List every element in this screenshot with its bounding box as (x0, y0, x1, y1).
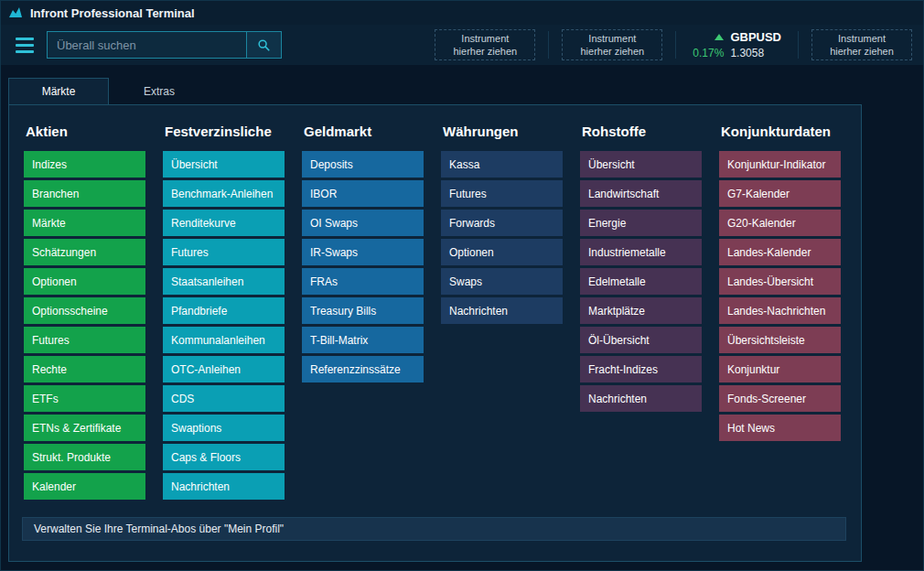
window-title: Infront Professional Terminal (30, 6, 195, 20)
title-bar: Infront Professional Terminal (1, 1, 923, 25)
menu-item-landes-nachrichten[interactable]: Landes-Nachrichten (719, 297, 841, 324)
menu-item-otc-anleihen[interactable]: OTC-Anleihen (163, 356, 285, 382)
menu-item-edelmetalle[interactable]: Edelmetalle (580, 268, 702, 295)
toolbar: Instrument hierher ziehen Instrument hie… (1, 25, 923, 65)
menu-item-treasury-bills[interactable]: Treasury Bills (302, 297, 424, 324)
instrument-dropzone-1[interactable]: Instrument hierher ziehen (435, 29, 535, 60)
dropzone-label-line2: hierher ziehen (580, 45, 644, 58)
menu-item-g7-kalender[interactable]: G7-Kalender (719, 180, 841, 207)
menu-item-branchen[interactable]: Branchen (24, 180, 145, 207)
search-icon (257, 38, 271, 52)
dropzone-label-line1: Instrument (588, 32, 636, 45)
tab-maerkte[interactable]: Märkte (8, 78, 109, 104)
search-button[interactable] (246, 32, 281, 58)
menu-item-landwirtschaft[interactable]: Landwirtschaft (580, 180, 702, 207)
column-header: Geldmarkt (304, 124, 424, 139)
menu-column: Konjunkturdaten Konjunktur-IndikatorG7-K… (719, 118, 841, 500)
menu-item-optionen[interactable]: Optionen (24, 268, 145, 295)
toolbar-separator (548, 31, 549, 59)
menu-item-etfs[interactable]: ETFs (24, 385, 145, 412)
menu-item-strukt-produkte[interactable]: Strukt. Produkte (24, 444, 145, 470)
quote-price: 1.3058 (730, 47, 781, 59)
dropzone-label-line1: Instrument (461, 32, 509, 45)
menu-item-landes-kalender[interactable]: Landes-Kalender (719, 239, 841, 265)
menu-item-pfandbriefe[interactable]: Pfandbriefe (163, 297, 285, 324)
dropzone-label-line2: hierher ziehen (453, 45, 517, 58)
menu-item-staatsanleihen[interactable]: Staatsanleihen (163, 268, 285, 295)
column-header: Währungen (443, 124, 563, 139)
menu-item-futures[interactable]: Futures (24, 327, 145, 353)
menu-item-swaptions[interactable]: Swaptions (163, 415, 285, 441)
menu-item-übersicht[interactable]: Übersicht (163, 151, 285, 178)
menu-item-nachrichten[interactable]: Nachrichten (580, 385, 702, 412)
column-items: ÜbersichtBenchmark-AnleihenRenditekurveF… (163, 151, 285, 500)
menu-item-renditekurve[interactable]: Renditekurve (163, 210, 285, 236)
menu-item-optionsscheine[interactable]: Optionsscheine (24, 297, 145, 324)
dropzone-label-line2: hierher ziehen (830, 45, 894, 58)
menu-item-etns-zertifikate[interactable]: ETNs & Zertifikate (24, 415, 145, 441)
menu-item-swaps[interactable]: Swaps (441, 268, 563, 295)
menu-item-nachrichten[interactable]: Nachrichten (441, 297, 563, 324)
infront-terminal-window: Infront Professional Terminal Instrument… (0, 0, 924, 571)
menu-item-rechte[interactable]: Rechte (24, 356, 145, 382)
menu-column: Währungen KassaFuturesForwardsOptionenSw… (441, 118, 563, 500)
menu-item-referenzzinssätze[interactable]: Referenzzinssätze (302, 356, 424, 382)
toolbar-widgets: Instrument hierher ziehen Instrument hie… (435, 29, 912, 60)
menu-item-t-bill-matrix[interactable]: T-Bill-Matrix (302, 327, 424, 353)
up-triangle-icon (714, 34, 724, 40)
menu-item-benchmark-anleihen[interactable]: Benchmark-Anleihen (163, 180, 285, 207)
instrument-dropzone-3[interactable]: Instrument hierher ziehen (811, 29, 912, 60)
menu-column: Rohstoffe ÜbersichtLandwirtschaftEnergie… (580, 118, 702, 500)
menu-item-kassa[interactable]: Kassa (441, 151, 563, 178)
column-header: Festverzinsliche (165, 124, 285, 139)
quote-symbol: GBPUSD (730, 30, 781, 44)
column-items: Konjunktur-IndikatorG7-KalenderG20-Kalen… (719, 151, 841, 441)
menu-item-energie[interactable]: Energie (580, 210, 702, 236)
infront-logo-icon (8, 5, 23, 20)
menu-item-landes-übersicht[interactable]: Landes-Übersicht (719, 268, 841, 295)
menu-item-g20-kalender[interactable]: G20-Kalender (719, 210, 841, 236)
subscription-notice: Verwalten Sie Ihre Terminal-Abos über "M… (22, 517, 846, 541)
menu-item-hot-news[interactable]: Hot News (719, 415, 841, 441)
menu-item-marktplätze[interactable]: Marktplätze (580, 297, 702, 324)
menu-item-fras[interactable]: FRAs (302, 268, 424, 295)
menu-item-übersicht[interactable]: Übersicht (580, 151, 702, 178)
tab-extras[interactable]: Extras (109, 78, 210, 104)
instrument-dropzone-2[interactable]: Instrument hierher ziehen (562, 29, 662, 60)
menu-item-forwards[interactable]: Forwards (441, 210, 563, 236)
menu-item-fracht-indizes[interactable]: Fracht-Indizes (580, 356, 702, 382)
menu-item-konjunktur-indikator[interactable]: Konjunktur-Indikator (719, 151, 841, 178)
menu-column: Aktien IndizesBranchenMärkteSchätzungenO… (24, 118, 145, 500)
quote-widget[interactable]: GBPUSD 0.17% 1.3058 (689, 30, 785, 59)
menu-item-ir-swaps[interactable]: IR-Swaps (302, 239, 424, 265)
menu-columns: Aktien IndizesBranchenMärkteSchätzungenO… (9, 105, 861, 500)
search-input[interactable] (48, 32, 246, 58)
menu-item-schätzungen[interactable]: Schätzungen (24, 239, 145, 265)
menu-item-nachrichten[interactable]: Nachrichten (163, 473, 285, 500)
menu-item-konjunktur[interactable]: Konjunktur (719, 356, 841, 382)
column-header: Aktien (26, 124, 145, 139)
menu-item-caps-floors[interactable]: Caps & Floors (163, 444, 285, 470)
column-items: ÜbersichtLandwirtschaftEnergieIndustriem… (580, 151, 702, 412)
menu-item-fonds-screener[interactable]: Fonds-Screener (719, 385, 841, 412)
menu-item-kalender[interactable]: Kalender (24, 473, 145, 500)
menu-item-märkte[interactable]: Märkte (24, 210, 145, 236)
menu-item-deposits[interactable]: Deposits (302, 151, 424, 178)
menu-item-futures[interactable]: Futures (441, 180, 563, 207)
menu-item-öl-übersicht[interactable]: Öl-Übersicht (580, 327, 702, 353)
menu-item-kommunalanleihen[interactable]: Kommunalanleihen (163, 327, 285, 353)
column-header: Rohstoffe (582, 124, 702, 139)
menu-item-industriemetalle[interactable]: Industriemetalle (580, 239, 702, 265)
tab-bar: Märkte Extras (8, 78, 923, 104)
menu-item-ibor[interactable]: IBOR (302, 180, 424, 207)
menu-item-übersichtsleiste[interactable]: Übersichtsleiste (719, 327, 841, 353)
menu-button[interactable] (10, 30, 41, 59)
menu-item-optionen[interactable]: Optionen (441, 239, 563, 265)
menu-item-indizes[interactable]: Indizes (24, 151, 145, 178)
column-header: Konjunkturdaten (721, 124, 841, 139)
menu-item-futures[interactable]: Futures (163, 239, 285, 265)
toolbar-separator (675, 31, 676, 59)
menu-item-oi-swaps[interactable]: OI Swaps (302, 210, 424, 236)
dropzone-label-line1: Instrument (838, 32, 886, 45)
menu-item-cds[interactable]: CDS (163, 385, 285, 412)
